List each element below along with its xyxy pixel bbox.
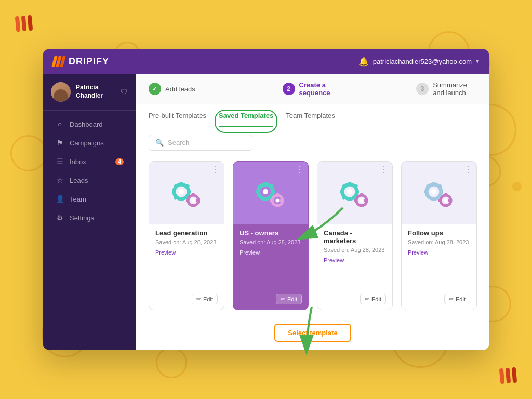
app-logo: DRIPIFY — [53, 56, 109, 67]
select-template-button[interactable]: Select template — [274, 324, 351, 342]
search-box[interactable]: 🔍 — [149, 135, 252, 151]
card-preview-lead-generation[interactable]: Preview — [155, 249, 176, 256]
main-content: PatriciaChandler 🛡 ○ Dashboard ⚑ Campaig… — [43, 74, 489, 350]
sidebar-item-label-inbox: Inbox — [70, 158, 86, 166]
wizard-step-summarize: 3 Summarize and launch — [416, 81, 477, 97]
svg-rect-35 — [356, 190, 359, 194]
edit-button-us-owners[interactable]: ✏ Edit — [276, 294, 302, 304]
tab-saved-templates[interactable]: Saved Templates — [219, 112, 273, 127]
card-title-follow-ups: Follow ups — [408, 229, 470, 237]
card-preview-follow-ups[interactable]: Preview — [408, 249, 428, 256]
sidebar-item-label-campaigns: Campaigns — [70, 139, 104, 147]
top-bar: DRIPIFY 🔔 patriciachandler523@yahoo.com … — [43, 49, 489, 74]
step-label-add-leads: Add leads — [165, 85, 195, 93]
template-card-us-owners[interactable]: ⋮ — [233, 161, 309, 310]
edit-button-follow-ups[interactable]: ✏ Edit — [444, 294, 470, 304]
svg-rect-32 — [348, 182, 352, 185]
card-menu-icon-lead-generation[interactable]: ⋮ — [211, 166, 220, 174]
svg-point-11 — [192, 198, 195, 202]
card-menu-icon-us-owners[interactable]: ⋮ — [296, 166, 304, 174]
svg-point-54 — [444, 198, 448, 202]
svg-rect-56 — [444, 204, 447, 207]
sidebar-item-label-dashboard: Dashboard — [70, 121, 103, 128]
sidebar-item-label-team: Team — [70, 195, 86, 203]
inbox-icon: ☰ — [55, 157, 64, 166]
tab-team-templates[interactable]: Team Templates — [286, 112, 335, 127]
svg-rect-13 — [192, 204, 195, 207]
step-circle-create-sequence: 2 — [283, 83, 295, 95]
template-tabs: Pre-built Templates Saved Templates Team… — [136, 104, 489, 127]
svg-rect-3 — [179, 198, 183, 201]
user-profile: PatriciaChandler 🛡 — [43, 82, 136, 111]
svg-rect-41 — [360, 193, 363, 196]
user-email: patriciachandler523@yahoo.com — [373, 58, 472, 65]
sidebar: PatriciaChandler 🛡 ○ Dashboard ⚑ Campaig… — [43, 74, 136, 350]
sidebar-item-leads[interactable]: ☆ Leads — [47, 171, 132, 190]
edit-pencil-icon-3: ✏ — [365, 296, 369, 302]
svg-rect-12 — [192, 193, 195, 196]
leads-icon: ☆ — [55, 176, 64, 184]
sidebar-item-campaigns[interactable]: ⚑ Campaigns — [47, 134, 132, 152]
search-icon: 🔍 — [155, 139, 164, 147]
svg-rect-26 — [276, 193, 279, 196]
tab-pre-built[interactable]: Pre-built Templates — [149, 112, 206, 127]
user-menu-chevron-icon[interactable]: ▾ — [476, 58, 479, 65]
template-card-canada-marketers[interactable]: ⋮ — [317, 161, 393, 310]
svg-rect-4 — [172, 190, 175, 194]
template-card-follow-ups[interactable]: ⋮ — [401, 161, 477, 310]
card-menu-icon-canada-marketers[interactable]: ⋮ — [380, 166, 388, 174]
wizard-step-create-sequence: 2 Create a sequence — [283, 81, 343, 97]
svg-rect-49 — [424, 190, 428, 194]
deco-slash-bottom-right — [499, 367, 517, 384]
svg-point-17 — [263, 189, 268, 194]
card-date-follow-ups: Saved on: Aug 28, 2023 — [408, 239, 470, 245]
avatar-image — [51, 82, 71, 102]
card-title-lead-generation: Lead generation — [155, 229, 218, 237]
sidebar-item-dashboard[interactable]: ○ Dashboard — [47, 115, 132, 134]
card-info-follow-ups: Follow ups Saved on: Aug 28, 2023 Previe… — [402, 224, 476, 262]
card-date-canada-marketers: Saved on: Aug 28, 2023 — [324, 247, 386, 253]
search-input[interactable] — [168, 139, 246, 147]
logo-slashes — [53, 56, 64, 67]
app-window: DRIPIFY 🔔 patriciachandler523@yahoo.com … — [43, 49, 489, 350]
svg-rect-14 — [186, 199, 189, 202]
avatar — [51, 82, 71, 102]
gears-svg-follow-ups — [416, 174, 462, 212]
campaigns-icon: ⚑ — [55, 139, 64, 147]
card-preview-canada-marketers[interactable]: Preview — [324, 257, 344, 263]
gears-svg-us-owners — [247, 174, 294, 212]
svg-point-31 — [347, 189, 352, 194]
sidebar-item-settings[interactable]: ⚙ Settings — [47, 208, 132, 227]
svg-point-46 — [431, 189, 436, 194]
top-bar-right: 🔔 patriciachandler523@yahoo.com ▾ — [358, 57, 479, 66]
svg-rect-47 — [432, 182, 436, 185]
cards-grid: ⋮ — [136, 156, 489, 318]
svg-rect-43 — [354, 199, 357, 202]
svg-rect-27 — [276, 204, 279, 207]
notification-bell-icon[interactable]: 🔔 — [358, 57, 369, 66]
gears-svg-canada-marketers — [331, 174, 378, 212]
inbox-badge: 4 — [115, 158, 124, 165]
sidebar-item-inbox[interactable]: ☰ Inbox 4 — [47, 152, 132, 171]
sidebar-item-team[interactable]: 👤 Team — [47, 190, 132, 208]
settings-icon: ⚙ — [55, 214, 64, 222]
card-info-lead-generation: Lead generation Saved on: Aug 28, 2023 P… — [149, 224, 224, 262]
card-preview-us-owners[interactable]: Preview — [240, 249, 260, 256]
step-divider-2 — [349, 89, 410, 89]
select-template-area: Select template — [136, 318, 489, 350]
card-info-canada-marketers: Canada - marketers Saved on: Aug 28, 202… — [317, 224, 392, 270]
svg-point-25 — [276, 198, 280, 202]
user-name: PatriciaChandler — [76, 84, 103, 100]
edit-pencil-icon-2: ✏ — [281, 296, 285, 302]
step-circle-summarize: 3 — [416, 83, 429, 95]
wizard-step-add-leads: ✓ Add leads — [149, 83, 209, 95]
edit-button-lead-generation[interactable]: ✏ Edit — [192, 294, 218, 304]
card-menu-icon-follow-ups[interactable]: ⋮ — [464, 166, 472, 174]
template-card-lead-generation[interactable]: ⋮ — [149, 161, 224, 310]
gears-svg-lead-generation — [163, 174, 210, 212]
step-label-summarize: Summarize and launch — [433, 81, 477, 97]
edit-button-canada-marketers[interactable]: ✏ Edit — [360, 294, 386, 304]
svg-rect-34 — [340, 190, 343, 194]
team-icon: 👤 — [55, 195, 64, 203]
svg-rect-33 — [348, 198, 352, 201]
